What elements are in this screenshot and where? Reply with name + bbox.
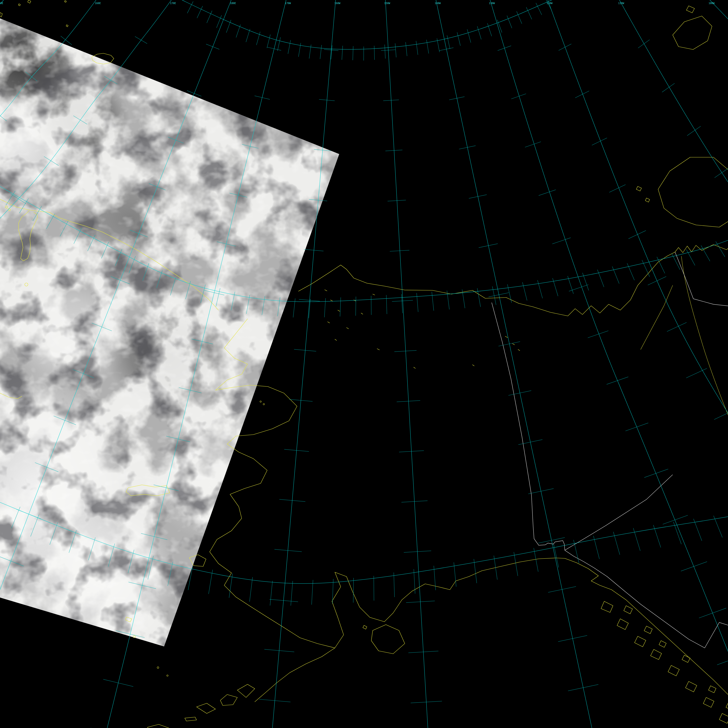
- graticule-label: 170E: [170, 2, 176, 5]
- graticule-label: 130W: [489, 2, 495, 5]
- graticule-label: 150W: [384, 2, 390, 5]
- graticule-label: 180E: [230, 2, 236, 5]
- graticule-label: 110W: [618, 2, 624, 5]
- graticule-label: 160W: [335, 2, 341, 5]
- map-canvas: 150E160E170E180E170W160W150W140W130W120W…: [0, 0, 728, 728]
- satellite-map-viewport: 150E160E170E180E170W160W150W140W130W120W…: [0, 0, 728, 728]
- graticule-label: 100W: [709, 2, 715, 5]
- graticule-label: 150E: [0, 2, 3, 5]
- graticule-label: 160E: [95, 2, 101, 5]
- graticule-label: 120W: [547, 2, 553, 5]
- graticule-label: 140W: [435, 2, 441, 5]
- graticule-label: 170W: [285, 2, 291, 5]
